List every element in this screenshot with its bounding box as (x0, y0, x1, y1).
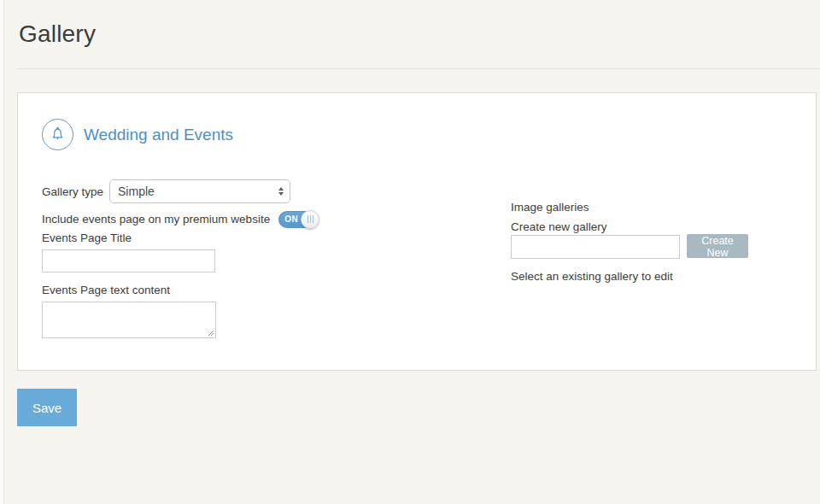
toggle-knob[interactable] (301, 210, 319, 229)
events-toggle-label: Include events page on my premium websit… (42, 213, 270, 226)
image-galleries-heading: Image galleries (511, 201, 589, 214)
page-title: Gallery (19, 21, 96, 48)
left-edge-strip (0, 0, 4, 504)
events-page-title-input[interactable] (42, 249, 215, 273)
save-button[interactable]: Save (17, 389, 77, 426)
wedding-events-panel: Wedding and Events Gallery type Simple I… (17, 92, 817, 371)
events-page-title-label: Events Page Title (42, 231, 132, 244)
events-toggle-row: Include events page on my premium websit… (42, 209, 319, 229)
gallery-type-select[interactable]: Simple (109, 179, 290, 203)
select-existing-gallery-hint: Select an existing gallery to edit (511, 270, 673, 283)
events-page-text-label: Events Page text content (42, 284, 170, 296)
gallery-type-row: Gallery type Simple (42, 179, 290, 203)
events-page-toggle[interactable]: ON (278, 210, 319, 229)
create-new-button[interactable]: Create New (687, 234, 748, 258)
events-page-text-wrap (42, 302, 216, 338)
header-divider (17, 68, 820, 69)
panel-heading: Wedding and Events (42, 119, 233, 150)
panel-title: Wedding and Events (84, 126, 233, 144)
gallery-type-label: Gallery type (42, 185, 103, 198)
select-stepper-icon (278, 187, 284, 196)
events-page-text-content-textarea[interactable] (42, 302, 216, 338)
bell-icon (42, 119, 73, 150)
toggle-grip-icon (308, 215, 313, 223)
create-new-gallery-label: Create new gallery (511, 220, 607, 233)
gallery-settings-screen: Gallery Wedding and Events Gallery type … (0, 0, 820, 504)
gallery-type-selected-value: Simple (118, 185, 155, 198)
new-gallery-name-input[interactable] (511, 235, 680, 259)
